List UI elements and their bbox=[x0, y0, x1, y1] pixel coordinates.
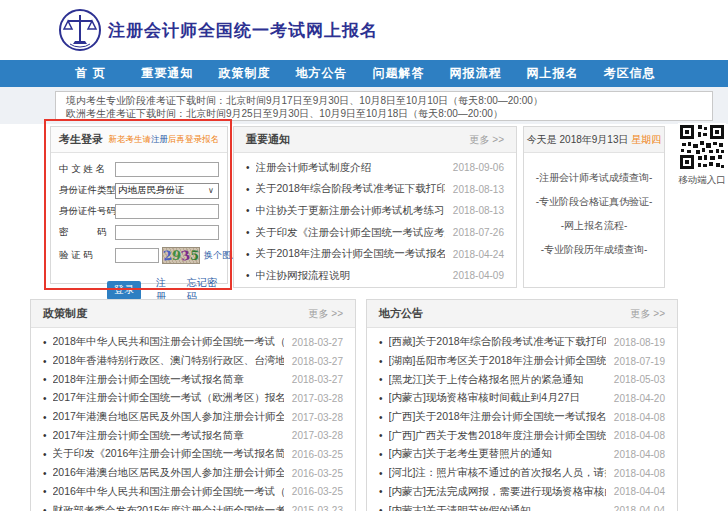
login-button[interactable]: 登录 bbox=[107, 281, 141, 300]
qr-code-icon bbox=[678, 123, 726, 171]
list-item-date: 2018-05-03 bbox=[614, 374, 665, 385]
captcha-input[interactable] bbox=[115, 248, 159, 263]
list-item-link[interactable]: [河北]注：照片审核不通过的首次报名人员，请按要求重新上... bbox=[389, 466, 606, 480]
list-item[interactable]: • [河北]注：照片审核不通过的首次报名人员，请按要求重新上... 2018-0… bbox=[367, 464, 677, 483]
list-item-date: 2015-03-23 bbox=[292, 505, 343, 511]
list-item-link[interactable]: 中注协网报流程说明 bbox=[256, 269, 445, 283]
bullet-icon: • bbox=[43, 430, 47, 441]
list-item[interactable]: • 关于印发《注册会计师全国统一考试应考人员考场守则》的通知 2018-07-2… bbox=[234, 222, 516, 244]
list-item-link[interactable]: 2017年注册会计师全国统一考试报名简章 bbox=[53, 429, 284, 443]
list-item[interactable]: • 2017年注册会计师全国统一考试（欧洲考区）报名简章 2017-03-28 bbox=[31, 389, 355, 408]
local-more-link[interactable]: 更多 >> bbox=[631, 307, 665, 321]
name-input[interactable] bbox=[115, 162, 219, 177]
quick-link[interactable]: -专业阶段历年成绩查询- bbox=[541, 243, 648, 257]
bullet-icon: • bbox=[43, 468, 47, 479]
policies-panel: 政策制度 更多 >> • 2018年中华人民共和国注册会计师全国统一考试（欧洲考… bbox=[30, 299, 356, 511]
list-item[interactable]: • [内蒙古]无法完成网报，需要进行现场资格审核的具体通知 2018-04-04 bbox=[367, 483, 677, 502]
list-item[interactable]: • 注册会计师考试制度介绍 2018-09-06 bbox=[234, 157, 516, 179]
list-item-date: 2016-03-25 bbox=[292, 486, 343, 497]
list-item-link[interactable]: [西藏]关于2018年综合阶段考试准考证下载打印提醒的通... bbox=[389, 335, 606, 349]
captcha-image[interactable]: 2935 bbox=[162, 247, 200, 264]
list-item-link[interactable]: [湖南]岳阳市考区关于2018年注册会计师全国统一考试专... bbox=[389, 354, 606, 368]
list-item[interactable]: • 关于2018年综合阶段考试准考证下载打印提醒的通告 2018-08-13 bbox=[234, 179, 516, 201]
list-item-link[interactable]: 财政部考委会发布2015年度注册会计师全国统一考试（欧洲... bbox=[53, 504, 284, 511]
list-item-link[interactable]: [内蒙古]关于清明节放假的通知 bbox=[389, 504, 606, 511]
list-item[interactable]: • 关于印发《2016年注册会计师全国统一考试报名简章》的通... 2016-0… bbox=[31, 445, 355, 464]
list-item-link[interactable]: [内蒙古]关于老考生更替照片的通知 bbox=[389, 447, 606, 461]
quick-link[interactable]: -网上报名流程- bbox=[561, 219, 628, 233]
list-item[interactable]: • [西藏]关于2018年综合阶段考试准考证下载打印提醒的通... 2018-0… bbox=[367, 333, 677, 352]
policies-more-link[interactable]: 更多 >> bbox=[309, 307, 343, 321]
nav-item[interactable]: 问题解答 bbox=[360, 65, 437, 82]
list-item-link[interactable]: 关于2018年综合阶段考试准考证下载打印提醒的通告 bbox=[256, 182, 445, 196]
list-item[interactable]: • 财政部考委会发布2015年度注册会计师全国统一考试（欧洲... 2015-0… bbox=[31, 501, 355, 511]
nav-item[interactable]: 网报流程 bbox=[437, 65, 514, 82]
list-item[interactable]: • 2018年中华人民共和国注册会计师全国统一考试（欧洲考区... 2018-0… bbox=[31, 333, 355, 352]
list-item[interactable]: • 关于2018年注册会计师全国统一考试报名有关事项的提示 2018-04-24 bbox=[234, 243, 516, 265]
notices-list: • 注册会计师考试制度介绍 2018-09-06 • 关于2018年综合阶段考试… bbox=[234, 153, 516, 287]
list-item[interactable]: • [广西]广西关于发售2018年度注册会计师全国统一考试辅... 2018-0… bbox=[367, 426, 677, 445]
list-item[interactable]: • [广西]关于2018年注册会计师全国统一考试报名工作有关... 2018-0… bbox=[367, 408, 677, 427]
policies-title: 政策制度 bbox=[43, 306, 87, 321]
list-item[interactable]: • [内蒙古]关于清明节放假的通知 2018-04-04 bbox=[367, 501, 677, 511]
list-item-link[interactable]: 2016年港澳台地区居民及外国人参加注册会计师全国统一考... bbox=[53, 466, 284, 480]
list-item[interactable]: • [内蒙古]现场资格审核时间截止到4月27日 2018-04-20 bbox=[367, 389, 677, 408]
list-item-link[interactable]: 2017年注册会计师全国统一考试（欧洲考区）报名简章 bbox=[53, 391, 284, 405]
nav-item[interactable]: 网上报名 bbox=[514, 65, 591, 82]
bullet-icon: • bbox=[379, 393, 383, 404]
nav-item[interactable]: 考区信息 bbox=[591, 65, 668, 82]
list-item-link[interactable]: [广西]关于2018年注册会计师全国统一考试报名工作有关... bbox=[389, 410, 606, 424]
list-item-link[interactable]: 2018年中华人民共和国注册会计师全国统一考试（欧洲考区... bbox=[53, 335, 284, 349]
bullet-icon: • bbox=[379, 505, 383, 511]
list-item[interactable]: • 2018年香港特别行政区、澳门特别行政区、台湾地区居民及... 2018-0… bbox=[31, 352, 355, 371]
list-item[interactable]: • 2016年港澳台地区居民及外国人参加注册会计师全国统一考... 2016-0… bbox=[31, 464, 355, 483]
list-item[interactable]: • 2017年港澳台地区居民及外国人参加注册会计师全国统一考... 2017-0… bbox=[31, 408, 355, 427]
list-item-link[interactable]: 注册会计师考试制度介绍 bbox=[256, 161, 445, 175]
list-item-link[interactable]: 中注协关于更新注册会计师考试机考练习网站的公告 bbox=[256, 204, 445, 218]
id-type-select[interactable]: 内地居民身份证 ∨ bbox=[115, 183, 219, 199]
local-announcements-panel: 地方公告 更多 >> • [西藏]关于2018年综合阶段考试准考证下载打印提醒的… bbox=[366, 299, 678, 511]
bullet-icon: • bbox=[379, 468, 383, 479]
list-item-date: 2018-03-27 bbox=[292, 356, 343, 367]
bullet-icon: • bbox=[246, 184, 250, 195]
list-item-date: 2018-04-04 bbox=[614, 486, 665, 497]
password-label: 密 码 bbox=[59, 226, 115, 239]
login-panel: 考生登录 新老考生请注册后再登录报名 中 文 姓 名 身份证件类型 内地居民身份… bbox=[50, 126, 228, 284]
nav-item[interactable]: 政策制度 bbox=[206, 65, 283, 82]
nav-item[interactable]: 首 页 bbox=[52, 65, 129, 82]
bullet-icon: • bbox=[379, 430, 383, 441]
list-item[interactable]: • [内蒙古]关于老考生更替照片的通知 2018-04-08 bbox=[367, 445, 677, 464]
list-item[interactable]: • 2018年注册会计师全国统一考试报名简章 2018-03-27 bbox=[31, 370, 355, 389]
list-item-link[interactable]: 2016年中华人民共和国注册会计师全国统一考试（欧洲考区... bbox=[53, 485, 284, 499]
password-input[interactable] bbox=[115, 225, 219, 240]
bullet-icon: • bbox=[43, 505, 47, 511]
nav-item[interactable]: 地方公告 bbox=[283, 65, 360, 82]
list-item-link[interactable]: 关于2018年注册会计师全国统一考试报名有关事项的提示 bbox=[256, 247, 445, 261]
nav-item[interactable]: 重要通知 bbox=[129, 65, 206, 82]
list-item-link[interactable]: 关于印发《注册会计师全国统一考试应考人员考场守则》的通知 bbox=[256, 226, 445, 240]
list-item-link[interactable]: 2018年注册会计师全国统一考试报名简章 bbox=[53, 373, 284, 387]
list-item-link[interactable]: [广西]广西关于发售2018年度注册会计师全国统一考试辅... bbox=[389, 429, 606, 443]
quick-link[interactable]: -注册会计师考试成绩查询- bbox=[536, 171, 653, 185]
list-item-link[interactable]: 2018年香港特别行政区、澳门特别行政区、台湾地区居民及... bbox=[53, 354, 284, 368]
list-item-link[interactable]: [黑龙江]关于上传合格报名照片的紧急通知 bbox=[389, 373, 606, 387]
list-item[interactable]: • [湖南]岳阳市考区关于2018年注册会计师全国统一考试专... 2018-0… bbox=[367, 352, 677, 371]
register-inline-link[interactable]: 注册 bbox=[151, 134, 168, 144]
list-item[interactable]: • 中注协网报流程说明 2018-04-09 bbox=[234, 265, 516, 287]
list-item[interactable]: • 2017年注册会计师全国统一考试报名简章 2017-03-28 bbox=[31, 426, 355, 445]
bullet-icon: • bbox=[43, 393, 47, 404]
list-item-link[interactable]: [内蒙古]无法完成网报，需要进行现场资格审核的具体通知 bbox=[389, 485, 606, 499]
list-item-link[interactable]: 2017年港澳台地区居民及外国人参加注册会计师全国统一考... bbox=[53, 410, 284, 424]
list-item-date: 2018-07-26 bbox=[453, 227, 504, 238]
list-item-date: 2018-04-08 bbox=[614, 449, 665, 460]
list-item-link[interactable]: [内蒙古]现场资格审核时间截止到4月27日 bbox=[389, 391, 606, 405]
list-item[interactable]: • 2016年中华人民共和国注册会计师全国统一考试（欧洲考区... 2016-0… bbox=[31, 483, 355, 502]
list-item-link[interactable]: 关于印发《2016年注册会计师全国统一考试报名简章》的通... bbox=[53, 447, 284, 461]
list-item-date: 2017-03-28 bbox=[292, 430, 343, 441]
list-item[interactable]: • 中注协关于更新注册会计师考试机考练习网站的公告 2018-08-13 bbox=[234, 200, 516, 222]
id-number-input[interactable] bbox=[115, 204, 219, 219]
quick-link[interactable]: -专业阶段合格证真伪验证- bbox=[536, 195, 653, 209]
notices-more-link[interactable]: 更多 >> bbox=[470, 133, 504, 147]
list-item[interactable]: • [黑龙江]关于上传合格报名照片的紧急通知 2018-05-03 bbox=[367, 370, 677, 389]
cicpa-logo-icon bbox=[58, 8, 102, 52]
